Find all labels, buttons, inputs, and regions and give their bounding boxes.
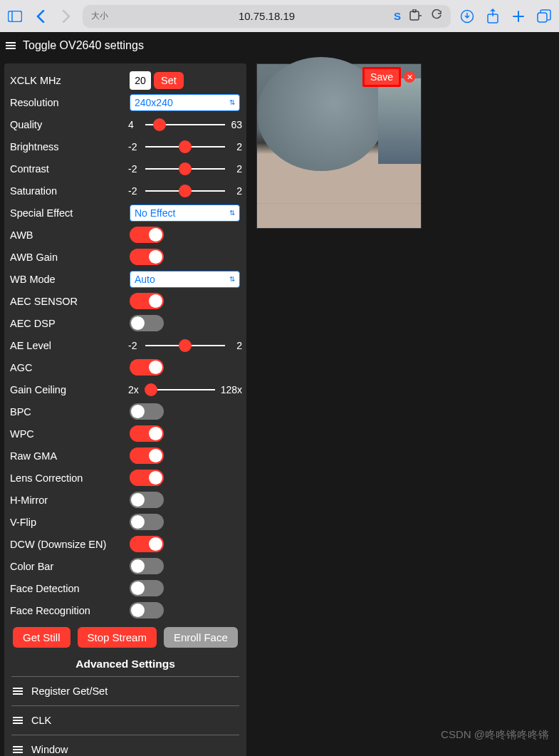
forward-icon [57,7,75,26]
dcw-label: DCW (Downsize EN) [9,539,130,550]
gain-ceiling-label: Gain Ceiling [9,384,128,395]
back-icon[interactable] [31,7,50,26]
saturation-label: Saturation [9,185,128,197]
chevron-updown-icon: ⇅ [229,209,235,217]
share-icon[interactable] [484,7,502,26]
quality-slider[interactable] [145,124,225,125]
face-recognition-toggle[interactable] [130,602,164,618]
ae-level-label: AE Level [9,340,128,351]
tabs-icon[interactable] [535,7,553,26]
contrast-slider[interactable] [145,168,225,170]
svg-rect-3 [413,9,416,12]
resolution-select[interactable]: 240x240⇅ [130,94,240,111]
stop-stream-button[interactable]: Stop Stream [78,627,157,648]
text-size-label[interactable]: 大小 [91,10,108,22]
address-bar[interactable]: 大小 10.75.18.19 S [83,5,451,28]
color-bar-toggle[interactable] [130,558,164,574]
face-recognition-label: Face Recognition [9,605,130,616]
gain-ceiling-slider[interactable] [145,389,215,390]
advanced-settings-title: Advanced Settings [9,651,242,675]
download-icon[interactable] [458,7,476,26]
save-button[interactable]: Save [362,67,401,87]
menu-icon[interactable] [6,42,16,49]
xclk-set-button[interactable]: Set [154,72,184,89]
wpc-toggle[interactable] [130,425,164,442]
clk-section[interactable]: CLK [9,708,242,733]
svg-rect-6 [538,13,547,22]
h-mirror-label: H-Mirror [9,494,130,506]
xclk-label: XCLK MHz [9,75,130,86]
wpc-label: WPC [9,428,130,440]
resolution-label: Resolution [9,97,130,108]
register-section[interactable]: Register Get/Set [9,678,242,704]
s-icon[interactable]: S [394,10,401,22]
aec-dsp-label: AEC DSP [9,318,130,329]
awb-label: AWB [9,229,130,241]
raw-gma-toggle[interactable] [130,447,164,464]
browser-toolbar: 大小 10.75.18.19 S [0,0,559,32]
enroll-face-button[interactable]: Enroll Face [164,627,238,648]
bpc-toggle[interactable] [130,403,164,420]
close-icon[interactable]: ✕ [404,71,415,83]
lens-correction-toggle[interactable] [130,470,164,486]
wb-mode-label: WB Mode [9,274,130,285]
v-flip-toggle[interactable] [130,514,164,530]
get-still-button[interactable]: Get Still [13,627,70,648]
reload-icon[interactable] [431,9,442,23]
special-effect-select[interactable]: No Effect⇅ [130,204,240,222]
contrast-label: Contrast [9,163,128,175]
brightness-label: Brightness [9,141,128,152]
aec-sensor-toggle[interactable] [130,293,164,309]
dcw-toggle[interactable] [130,536,164,552]
awb-gain-label: AWB Gain [9,252,130,263]
awb-gain-toggle[interactable] [130,249,164,265]
extension-icon[interactable] [409,9,422,23]
h-mirror-toggle[interactable] [130,492,164,508]
face-detection-toggle[interactable] [130,580,164,596]
window-section[interactable]: Window [9,737,242,756]
bpc-label: BPC [9,406,130,418]
agc-label: AGC [9,362,130,373]
raw-gma-label: Raw GMA [9,450,130,462]
chevron-updown-icon: ⇅ [229,98,235,106]
action-row: Get Still Stop Stream Enroll Face [9,621,242,651]
new-tab-icon[interactable] [509,7,528,26]
menu-icon [13,746,23,753]
sidebar-icon[interactable] [6,7,24,26]
aec-dsp-toggle[interactable] [130,315,164,331]
settings-panel: XCLK MHz Set Resolution 240x240⇅ Quality… [4,63,246,756]
wb-mode-select[interactable]: Auto⇅ [130,271,240,288]
quality-label: Quality [9,119,128,130]
page-title: Toggle OV2640 settings [23,39,144,52]
camera-preview: Save ✕ [256,63,422,229]
menu-icon [13,717,23,724]
watermark: CSDN @咚咚锵咚咚锵 [441,728,549,742]
v-flip-label: V-Flip [9,517,130,528]
agc-toggle[interactable] [130,359,164,376]
xclk-input[interactable] [130,71,151,90]
face-detection-label: Face Detection [9,583,130,594]
menu-icon [13,688,23,695]
ae-level-slider[interactable] [145,345,225,346]
chevron-updown-icon: ⇅ [229,275,235,283]
awb-toggle[interactable] [130,227,164,243]
saturation-slider[interactable] [145,190,225,192]
page-header: Toggle OV2640 settings [0,32,559,59]
url-text: 10.75.18.19 [239,10,295,22]
lens-correction-label: Lens Correction [9,472,130,484]
special-effect-label: Special Effect [9,207,130,219]
brightness-slider[interactable] [145,146,225,147]
color-bar-label: Color Bar [9,561,130,572]
aec-sensor-label: AEC SENSOR [9,296,130,307]
svg-rect-0 [9,11,22,21]
svg-rect-2 [410,11,419,20]
